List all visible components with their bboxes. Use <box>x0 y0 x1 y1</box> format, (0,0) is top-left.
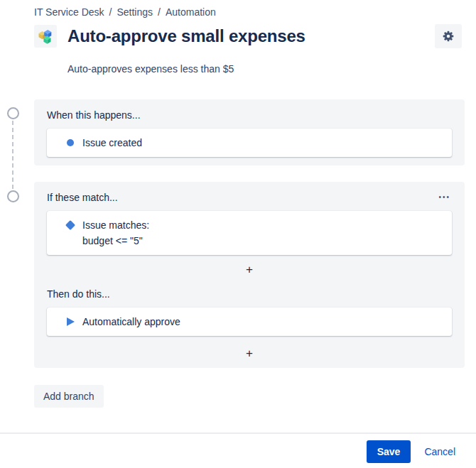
rule-description: Auto-approves expenses less than $5 <box>67 63 476 75</box>
trigger-heading: When this happens... <box>47 108 452 122</box>
breadcrumb: IT Service Desk/Settings/Automation <box>0 0 476 18</box>
condition-card-line-2: budget <= "5" <box>82 233 149 249</box>
condition-card-issue-matches[interactable]: Issue matches: budget <= "5" <box>47 211 452 255</box>
action-play-icon <box>65 314 76 330</box>
rule-builder: When this happens... Issue created If th… <box>0 99 476 368</box>
action-heading: Then do this... <box>47 287 452 301</box>
flow-node-trigger <box>7 107 19 119</box>
add-condition-button[interactable]: + <box>240 263 259 277</box>
page-header: Auto-approve small expenses <box>0 24 476 48</box>
cancel-link[interactable]: Cancel <box>424 446 455 457</box>
breadcrumb-item-settings[interactable]: Settings <box>117 6 153 18</box>
ellipsis-icon: ••• <box>438 193 450 201</box>
condition-action-section: If these match... ••• Issue matches: bud… <box>34 182 465 368</box>
trigger-card-issue-created[interactable]: Issue created <box>47 129 452 157</box>
breadcrumb-separator: / <box>158 6 161 18</box>
action-card-label: Automatically approve <box>82 316 180 327</box>
condition-diamond-icon <box>65 217 76 233</box>
more-options-button[interactable]: ••• <box>437 190 452 205</box>
flow-node-condition <box>7 190 19 202</box>
breadcrumb-item-project[interactable]: IT Service Desk <box>34 6 104 18</box>
automation-rule-cubes-icon <box>34 25 57 48</box>
footer-bar: Save Cancel <box>0 432 476 468</box>
trigger-dot-icon <box>65 135 76 151</box>
page-title: Auto-approve small expenses <box>67 25 305 48</box>
settings-button[interactable] <box>435 24 462 48</box>
trigger-card-label: Issue created <box>82 137 142 148</box>
breadcrumb-separator: / <box>109 6 112 18</box>
condition-heading: If these match... <box>47 190 118 205</box>
trigger-section: When this happens... Issue created <box>34 99 465 165</box>
action-card-automatically-approve[interactable]: Automatically approve <box>47 308 452 336</box>
gear-icon <box>441 29 455 43</box>
add-action-button[interactable]: + <box>240 347 259 361</box>
breadcrumb-item-automation[interactable]: Automation <box>166 6 216 18</box>
flow-connector-dashed-line <box>12 121 13 189</box>
condition-card-line-1: Issue matches: <box>82 217 149 233</box>
add-branch-button[interactable]: Add branch <box>34 385 104 408</box>
save-button[interactable]: Save <box>367 440 411 463</box>
